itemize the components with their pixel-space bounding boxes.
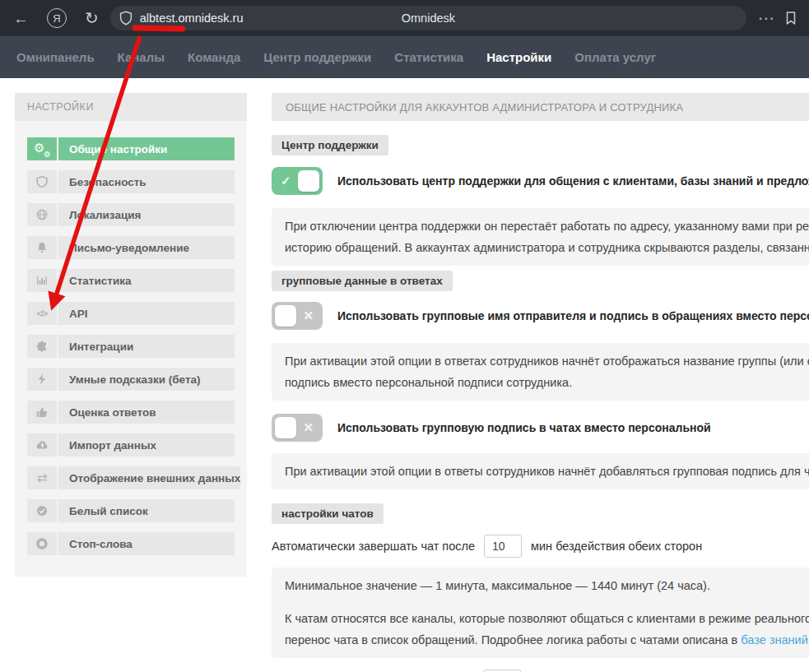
info-text: Минимальное значение — 1 минута, максима…	[285, 575, 809, 596]
gears-icon: ⚙⚙	[27, 137, 57, 160]
info-text: перенос чата в список обращений. Подробн…	[285, 629, 809, 651]
lightning-icon	[27, 368, 57, 391]
toggle-knob	[275, 417, 296, 438]
check-circle-icon	[27, 499, 57, 522]
info-text: При активации этой опции в ответах сотру…	[285, 350, 809, 372]
nav-tab-channels[interactable]: Каналы	[118, 50, 165, 64]
sidebar-item-integrations[interactable]: Интеграции	[27, 335, 235, 358]
sidebar-item-label: Локализация	[58, 203, 235, 226]
info-text: подпись вместо персональной подписи сотр…	[285, 372, 809, 393]
toggle-label: Использовать групповую подпись в чатах в…	[337, 421, 711, 434]
sidebar-item-stop-words[interactable]: Стоп-слова	[27, 532, 235, 555]
site-shield-icon[interactable]	[119, 11, 133, 25]
knowledge-base-link[interactable]: базе знаний	[741, 633, 807, 647]
sidebar-item-notification-letter[interactable]: Письмо-уведомление	[27, 236, 235, 259]
toggle-row-group-signature: ✕ Использовать групповую подпись в чатах…	[272, 414, 809, 442]
yandex-browser-icon[interactable]: Я	[47, 8, 67, 28]
toggle-label: Использовать групповые имя отправителя и…	[337, 309, 809, 322]
toggle-support-center[interactable]: ✓	[272, 167, 323, 195]
autoclose-chat-row: Автоматически завершать чат после мин бе…	[272, 535, 809, 558]
nav-tab-settings[interactable]: Настройки	[486, 50, 551, 64]
sidebar-item-smart-suggestions[interactable]: Умные подсказки (бета)	[27, 368, 235, 391]
check-icon: ✓	[281, 167, 291, 195]
main-section-header: ОБЩИЕ НАСТРОЙКИ ДЛЯ АККАУНТОВ АДМИНИСТРА…	[272, 93, 809, 121]
puzzle-icon	[27, 335, 57, 358]
stop-icon	[27, 532, 57, 555]
nav-tab-support-center[interactable]: Центр поддержки	[263, 50, 371, 64]
info-text: При отключении центра поддержки он перес…	[285, 216, 809, 237]
sidebar-item-statistics[interactable]: Статистика	[27, 269, 235, 292]
info-box-support-center: При отключении центра поддержки он перес…	[272, 208, 809, 266]
autoclose-minutes-input[interactable]	[484, 535, 522, 558]
autoclose-label-after: мин бездействия обеих сторон	[531, 540, 702, 553]
nav-tab-team[interactable]: Команда	[188, 50, 240, 64]
nav-tab-statistics[interactable]: Статистика	[394, 50, 463, 64]
sidebar-item-label: Оценка ответов	[58, 401, 235, 424]
sidebar-item-external-data[interactable]: ⇄ Отображение внешних данных	[27, 466, 235, 489]
sidebar-item-label: Общие настройки	[58, 137, 235, 160]
code-icon: </>	[27, 302, 57, 325]
info-text: перенос чата в список обращений. Подробн…	[285, 633, 741, 647]
toggle-label: Использовать центр поддержки для общения…	[337, 174, 809, 188]
autoclose-label-before: Автоматически завершать чат после	[272, 540, 475, 553]
info-box-group-sender: При активации этой опции в ответах сотру…	[272, 343, 809, 401]
thumb-up-icon	[27, 401, 57, 424]
sidebar-item-answer-rating[interactable]: Оценка ответов	[27, 401, 235, 424]
toggle-row-support-center: ✓ Использовать центр поддержки для общен…	[272, 167, 809, 195]
toggle-group-sender[interactable]: ✕	[272, 302, 323, 330]
sidebar-item-label: Умные подсказки (бета)	[58, 368, 235, 391]
info-box-chat-signature: При активации этой опции в ответы сотруд…	[272, 453, 809, 489]
url-text[interactable]: albtest.omnidesk.ru	[140, 12, 244, 25]
refresh-icon[interactable]: ↻	[85, 10, 99, 26]
tag-support-center: Центр поддержки	[272, 135, 388, 155]
sidebar-item-whitelist[interactable]: Белый список	[27, 499, 235, 522]
tag-chat-settings: настройки чатов	[272, 503, 384, 524]
settings-sidebar: НАСТРОЙКИ ⚙⚙ Общие настройки Безопасност…	[15, 93, 247, 577]
x-icon: ✕	[303, 414, 314, 442]
tag-group-data: групповые данные в ответах	[272, 271, 453, 291]
toggle-knob	[298, 170, 319, 192]
sidebar-header: НАСТРОЙКИ	[15, 93, 247, 121]
exchange-icon: ⇄	[27, 466, 57, 489]
toggle-knob	[275, 305, 296, 327]
toggle-group-signature[interactable]: ✕	[272, 414, 323, 442]
sidebar-item-data-import[interactable]: Импорт данных	[27, 433, 235, 456]
more-menu-icon[interactable]: ⋯	[758, 10, 776, 26]
info-text: К чатам относятся все каналы, которые по…	[285, 608, 809, 629]
cloud-upload-icon	[27, 433, 57, 456]
info-text: При активации этой опции в ответы сотруд…	[285, 461, 809, 482]
sidebar-item-label: API	[58, 302, 235, 325]
nav-tab-omnipanel[interactable]: Омнипанель	[16, 50, 95, 64]
bookmark-icon[interactable]	[784, 11, 797, 25]
address-bar[interactable]: albtest.omnidesk.ru Omnidesk	[110, 6, 746, 30]
sidebar-item-label: Безопасность	[58, 170, 235, 193]
sidebar-item-localization[interactable]: Локализация	[27, 203, 235, 226]
info-text: историю обращений. В аккаунтах администр…	[285, 237, 809, 258]
sidebar-item-label: Отображение внешних данных	[58, 466, 240, 489]
sidebar-item-api[interactable]: </> API	[27, 302, 235, 325]
sidebar-item-label: Белый список	[58, 499, 235, 522]
bar-chart-icon	[27, 269, 57, 292]
settings-main-panel: ОБЩИЕ НАСТРОЙКИ ДЛЯ АККАУНТОВ АДМИНИСТРА…	[272, 93, 809, 672]
back-icon[interactable]: ←	[13, 11, 29, 26]
sidebar-item-general-settings[interactable]: ⚙⚙ Общие настройки	[27, 137, 235, 160]
app-nav-bar: Омнипанель Каналы Команда Центр поддержк…	[0, 36, 809, 78]
sidebar-item-label: Письмо-уведомление	[58, 236, 235, 259]
globe-icon	[27, 203, 57, 226]
x-icon: ✕	[303, 302, 314, 330]
sidebar-item-security[interactable]: Безопасность	[27, 170, 235, 193]
bell-icon	[27, 236, 57, 259]
toggle-row-group-sender: ✕ Использовать групповые имя отправителя…	[272, 302, 809, 330]
sidebar-item-label: Импорт данных	[58, 433, 235, 456]
nav-tab-billing[interactable]: Оплата услуг	[574, 50, 656, 64]
sidebar-item-label: Стоп-слова	[58, 532, 235, 555]
browser-toolbar: ← Я ↻ albtest.omnidesk.ru Omnidesk ⋯	[0, 0, 809, 36]
sidebar-item-label: Статистика	[58, 269, 235, 292]
shield-icon	[27, 170, 57, 193]
info-box-chat-limits: Минимальное значение — 1 минута, максима…	[272, 568, 809, 658]
sidebar-item-label: Интеграции	[58, 335, 235, 358]
